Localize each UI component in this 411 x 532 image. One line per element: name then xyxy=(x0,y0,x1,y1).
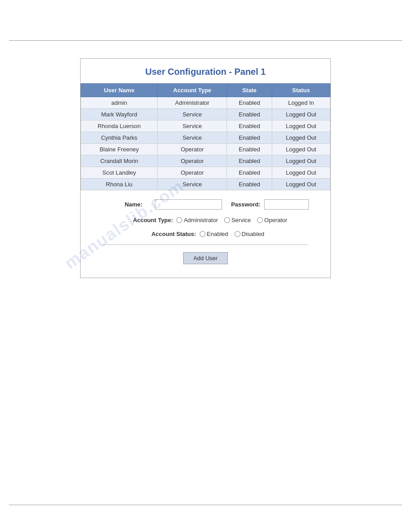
bottom-border xyxy=(9,505,402,505)
name-label: Name: xyxy=(93,201,142,208)
radio-enabled[interactable] xyxy=(200,231,206,237)
cell-state: Enabled xyxy=(227,109,272,120)
form-divider xyxy=(103,245,308,245)
cell-username: Mark Wayford xyxy=(81,109,158,120)
cell-status: Logged Out xyxy=(272,155,330,167)
enabled-label: Enabled xyxy=(207,231,228,237)
cell-state: Enabled xyxy=(227,120,272,132)
account-status-radio-group: Enabled Disabled xyxy=(200,231,264,237)
cell-state: Enabled xyxy=(227,167,272,179)
cell-account-type: Service xyxy=(158,179,227,190)
page-content: User Configuration - Panel 1 User Name A… xyxy=(0,0,411,278)
table-row[interactable]: Cynthia ParksServiceEnabledLogged Out xyxy=(81,132,330,144)
name-password-row: Name: Password: xyxy=(94,199,317,210)
cell-username: Blaine Freeney xyxy=(81,144,158,155)
account-type-radio-group: Administrator Service Operator xyxy=(176,217,287,223)
password-label: Password: xyxy=(231,201,261,208)
table-row[interactable]: Rhona LiuServiceEnabledLogged Out xyxy=(81,179,330,190)
cell-account-type: Operator xyxy=(158,167,227,179)
cell-account-type: Operator xyxy=(158,155,227,167)
cell-account-type: Service xyxy=(158,120,227,132)
administrator-label: Administrator xyxy=(184,217,218,223)
top-border xyxy=(9,40,402,41)
panel-container: User Configuration - Panel 1 User Name A… xyxy=(80,58,331,278)
password-input[interactable] xyxy=(264,199,309,210)
cell-account-type: Service xyxy=(158,109,227,120)
col-header-account-type: Account Type xyxy=(158,84,227,97)
account-type-administrator[interactable]: Administrator xyxy=(176,217,218,223)
account-type-label: Account Type: xyxy=(124,217,173,223)
col-header-status: Status xyxy=(272,84,330,97)
status-disabled[interactable]: Disabled xyxy=(235,231,265,237)
cell-username: admin xyxy=(81,97,158,109)
service-label: Service xyxy=(231,217,251,223)
cell-status: Logged Out xyxy=(272,144,330,155)
cell-status: Logged Out xyxy=(272,120,330,132)
cell-account-type: Service xyxy=(158,132,227,144)
col-header-username: User Name xyxy=(81,84,158,97)
cell-account-type: Operator xyxy=(158,144,227,155)
user-table: User Name Account Type State Status admi… xyxy=(81,83,330,190)
panel-title: User Configuration - Panel 1 xyxy=(81,59,330,83)
account-status-row: Account Status: Enabled Disabled xyxy=(94,231,317,237)
cell-state: Enabled xyxy=(227,179,272,190)
cell-status: Logged In xyxy=(272,97,330,109)
table-row[interactable]: Mark WayfordServiceEnabledLogged Out xyxy=(81,109,330,120)
password-group: Password: xyxy=(231,199,309,210)
cell-username: Rhonda Luerson xyxy=(81,120,158,132)
account-status-label: Account Status: xyxy=(147,231,196,237)
table-row[interactable]: Scot LandleyOperatorEnabledLogged Out xyxy=(81,167,330,179)
disabled-label: Disabled xyxy=(242,231,265,237)
account-type-operator[interactable]: Operator xyxy=(257,217,287,223)
cell-state: Enabled xyxy=(227,155,272,167)
form-section: Name: Password: Account Type: Administra… xyxy=(81,190,330,269)
account-type-row: Account Type: Administrator Service Oper… xyxy=(94,217,317,223)
radio-disabled[interactable] xyxy=(235,231,240,237)
cell-username: Crandall Morin xyxy=(81,155,158,167)
cell-state: Enabled xyxy=(227,132,272,144)
radio-service[interactable] xyxy=(224,217,230,223)
table-row[interactable]: Blaine FreeneyOperatorEnabledLogged Out xyxy=(81,144,330,155)
table-row[interactable]: Rhonda LuersonServiceEnabledLogged Out xyxy=(81,120,330,132)
operator-label: Operator xyxy=(264,217,287,223)
cell-username: Rhona Liu xyxy=(81,179,158,190)
cell-account-type: Administrator xyxy=(158,97,227,109)
radio-operator[interactable] xyxy=(257,217,263,223)
add-user-row: Add User xyxy=(94,252,317,264)
cell-state: Enabled xyxy=(227,144,272,155)
radio-administrator[interactable] xyxy=(176,217,182,223)
table-row[interactable]: Crandall MorinOperatorEnabledLogged Out xyxy=(81,155,330,167)
col-header-state: State xyxy=(227,84,272,97)
cell-status: Logged Out xyxy=(272,179,330,190)
table-row[interactable]: adminAdministratorEnabledLogged In xyxy=(81,97,330,109)
cell-status: Logged Out xyxy=(272,109,330,120)
cell-status: Logged Out xyxy=(272,167,330,179)
status-enabled[interactable]: Enabled xyxy=(200,231,228,237)
cell-username: Scot Landley xyxy=(81,167,158,179)
cell-state: Enabled xyxy=(227,97,272,109)
account-type-service[interactable]: Service xyxy=(224,217,251,223)
cell-username: Cynthia Parks xyxy=(81,132,158,144)
add-user-button[interactable]: Add User xyxy=(183,252,228,264)
table-header-row: User Name Account Type State Status xyxy=(81,84,330,97)
name-input[interactable] xyxy=(155,199,222,210)
cell-status: Logged Out xyxy=(272,132,330,144)
